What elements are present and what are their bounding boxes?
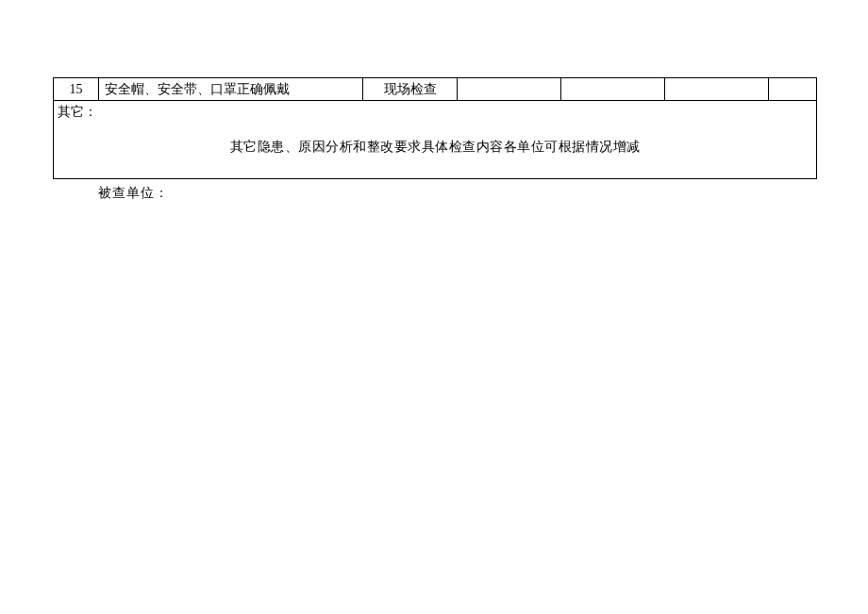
other-label: 其它：: [58, 104, 97, 121]
other-section: 其它： 其它隐患、原因分析和整改要求具体检查内容各单位可根据情况增减: [53, 100, 817, 179]
blank-cell: [561, 78, 665, 100]
blank-cell: [458, 78, 561, 100]
row-number: 15: [54, 78, 99, 100]
other-content: 其它隐患、原因分析和整改要求具体检查内容各单位可根据情况增减: [61, 139, 809, 156]
inspection-item: 安全帽、安全带、口罩正确佩戴: [99, 78, 363, 100]
inspection-method: 现场检查: [363, 78, 458, 100]
blank-cell: [769, 78, 816, 100]
blank-cell: [665, 78, 769, 100]
inspected-unit-label: 被查单位：: [98, 185, 817, 202]
table-row: 15 安全帽、安全带、口罩正确佩戴 现场检查: [53, 77, 817, 100]
inspection-table: 15 安全帽、安全带、口罩正确佩戴 现场检查 其它： 其它隐患、原因分析和整改要…: [53, 77, 817, 202]
